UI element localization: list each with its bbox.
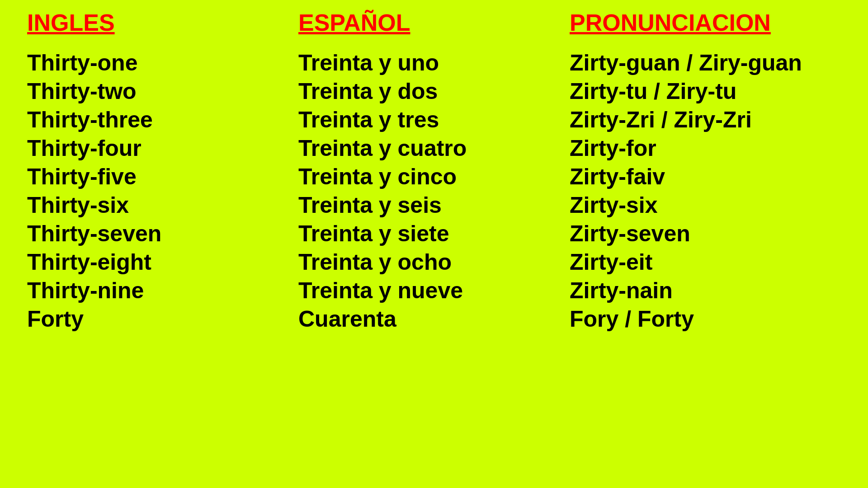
ingles-cell: Thirty-seven	[27, 221, 298, 247]
pronunciacion-cell: Zirty-tu / Ziry-tu	[570, 78, 841, 105]
ingles-cell: Forty	[27, 306, 298, 333]
ingles-cell: Thirty-five	[27, 164, 298, 190]
header-row: INGLES ESPAÑOL PRONUNCIACION	[27, 9, 841, 36]
ingles-cell: Thirty-six	[27, 192, 298, 219]
espanol-cell: Treinta y tres	[298, 107, 570, 133]
table-row: Thirty-twoTreinta y dosZirty-tu / Ziry-t…	[27, 78, 841, 105]
ingles-cell: Thirty-two	[27, 78, 298, 105]
ingles-cell: Thirty-four	[27, 135, 298, 162]
espanol-cell: Treinta y uno	[298, 50, 570, 76]
table-row: Thirty-sevenTreinta y sieteZirty-seven	[27, 221, 841, 247]
table-row: Thirty-threeTreinta y tresZirty-Zri / Zi…	[27, 107, 841, 133]
table-row: Thirty-fiveTreinta y cincoZirty-faiv	[27, 164, 841, 190]
table-row: Thirty-oneTreinta y unoZirty-guan / Ziry…	[27, 50, 841, 76]
pronunciacion-cell: Zirty-nain	[570, 277, 841, 304]
pronunciacion-cell: Zirty-Zri / Ziry-Zri	[570, 107, 841, 133]
pronunciacion-cell: Zirty-eit	[570, 249, 841, 276]
table-row: Thirty-fourTreinta y cuatroZirty-for	[27, 135, 841, 162]
header-espanol: ESPAÑOL	[298, 9, 570, 36]
ingles-cell: Thirty-one	[27, 50, 298, 76]
espanol-cell: Treinta y nueve	[298, 277, 570, 304]
table-row: Thirty-sixTreinta y seisZirty-six	[27, 192, 841, 219]
pronunciacion-cell: Zirty-guan / Ziry-guan	[570, 50, 841, 76]
header-pronunciacion: PRONUNCIACION	[570, 9, 841, 36]
espanol-cell: Treinta y ocho	[298, 249, 570, 276]
main-container: INGLES ESPAÑOL PRONUNCIACION Thirty-oneT…	[0, 0, 868, 488]
ingles-cell: Thirty-three	[27, 107, 298, 133]
ingles-cell: Thirty-eight	[27, 249, 298, 276]
espanol-cell: Cuarenta	[298, 306, 570, 333]
espanol-cell: Treinta y siete	[298, 221, 570, 247]
espanol-cell: Treinta y cuatro	[298, 135, 570, 162]
espanol-cell: Treinta y cinco	[298, 164, 570, 190]
table-row: FortyCuarentaFory / Forty	[27, 306, 841, 333]
table-row: Thirty-nineTreinta y nueveZirty-nain	[27, 277, 841, 304]
pronunciacion-cell: Zirty-seven	[570, 221, 841, 247]
ingles-cell: Thirty-nine	[27, 277, 298, 304]
espanol-cell: Treinta y dos	[298, 78, 570, 105]
table-row: Thirty-eightTreinta y ochoZirty-eit	[27, 249, 841, 276]
pronunciacion-cell: Zirty-for	[570, 135, 841, 162]
pronunciacion-cell: Zirty-faiv	[570, 164, 841, 190]
pronunciacion-cell: Zirty-six	[570, 192, 841, 219]
espanol-cell: Treinta y seis	[298, 192, 570, 219]
data-rows: Thirty-oneTreinta y unoZirty-guan / Ziry…	[27, 50, 841, 334]
pronunciacion-cell: Fory / Forty	[570, 306, 841, 333]
header-ingles: INGLES	[27, 9, 298, 36]
